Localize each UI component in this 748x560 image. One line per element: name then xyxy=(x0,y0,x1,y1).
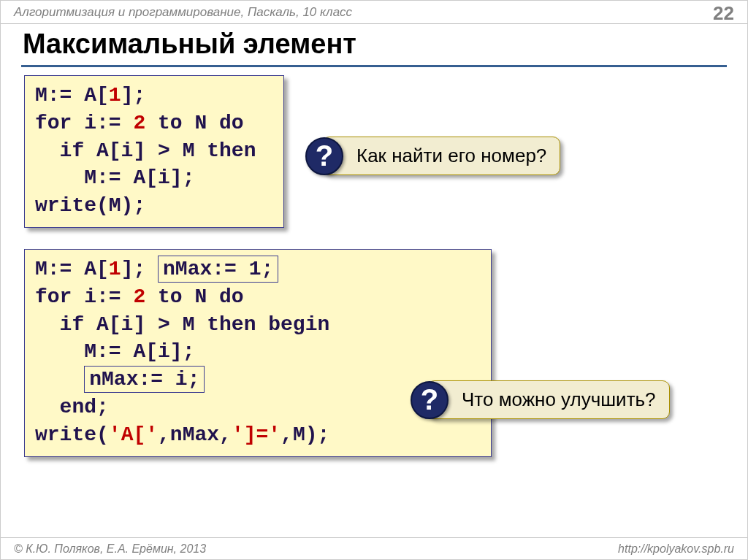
question-mark-icon: ? xyxy=(305,137,343,175)
callout-2-bubble: ? Что можно улучшить? xyxy=(427,380,670,419)
slide: Алгоритмизация и программирование, Паска… xyxy=(0,0,748,560)
header-bar: Алгоритмизация и программирование, Паска… xyxy=(1,1,747,24)
callout-2: ? Что можно улучшить? xyxy=(427,380,670,419)
callout-2-text: Что можно улучшить? xyxy=(462,388,656,410)
footer-bar: © К.Ю. Поляков, Е.А. Ерёмин, 2013 http:/… xyxy=(1,537,747,559)
highlight-nmax-init: nMax:= 1; xyxy=(158,256,278,283)
footer-url: http://kpolyakov.spb.ru xyxy=(618,542,734,556)
slide-title: Максимальный элемент xyxy=(23,28,356,60)
code-block-1: M:= A[1]; for i:= 2 to N do if A[i] > M … xyxy=(24,75,284,228)
footer-copyright: © К.Ю. Поляков, Е.А. Ерёмин, 2013 xyxy=(14,542,206,556)
code-block-2: M:= A[1]; nMax:= 1; for i:= 2 to N do if… xyxy=(24,249,492,457)
header-subject: Алгоритмизация и программирование, Паска… xyxy=(14,5,352,20)
page-number: 22 xyxy=(713,2,734,25)
callout-1-bubble: ? Как найти его номер? xyxy=(322,137,560,175)
question-mark-icon: ? xyxy=(411,381,449,419)
highlight-nmax-assign: nMax:= i; xyxy=(84,366,205,393)
callout-1-text: Как найти его номер? xyxy=(356,145,546,166)
callout-1: ? Как найти его номер? xyxy=(322,137,560,175)
title-underline xyxy=(21,65,727,67)
